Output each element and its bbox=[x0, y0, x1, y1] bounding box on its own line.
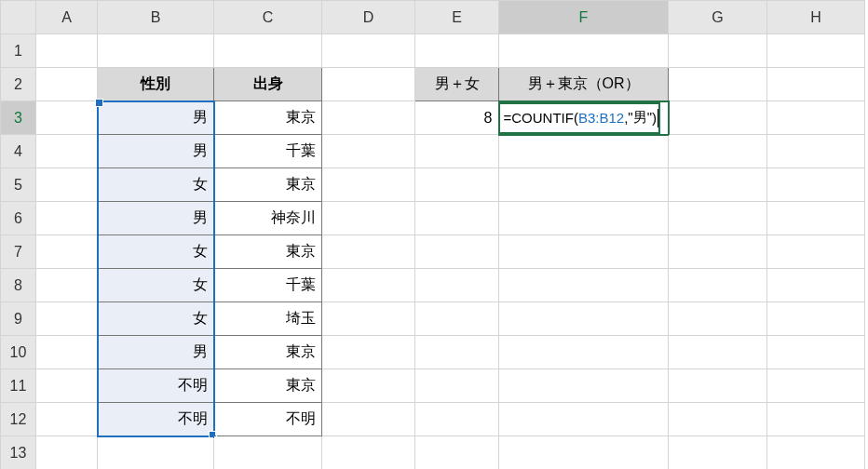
cell-G3[interactable] bbox=[669, 101, 767, 135]
row-header-10[interactable]: 10 bbox=[1, 336, 36, 369]
cell-C2[interactable]: 出身 bbox=[214, 68, 322, 101]
cell-H11[interactable] bbox=[767, 369, 865, 403]
cell-A12[interactable] bbox=[36, 403, 98, 436]
row-header-13[interactable]: 13 bbox=[1, 436, 36, 470]
cell-C8[interactable]: 千葉 bbox=[214, 269, 322, 302]
cell-C5[interactable]: 東京 bbox=[214, 168, 322, 202]
cell-A3[interactable] bbox=[36, 101, 98, 135]
cell-F2[interactable]: 男＋東京（OR） bbox=[499, 68, 669, 101]
cell-A9[interactable] bbox=[36, 302, 98, 336]
cell-E1[interactable] bbox=[415, 34, 499, 68]
cell-H10[interactable] bbox=[767, 336, 865, 369]
cell-D8[interactable] bbox=[322, 269, 415, 302]
cell-G10[interactable] bbox=[669, 336, 767, 369]
col-header-B[interactable]: B bbox=[98, 1, 214, 34]
cell-E13[interactable] bbox=[415, 436, 499, 470]
cell-D1[interactable] bbox=[322, 34, 415, 68]
cell-B12[interactable]: 不明 bbox=[98, 403, 214, 436]
cell-D5[interactable] bbox=[322, 168, 415, 202]
cell-H1[interactable] bbox=[767, 34, 865, 68]
spreadsheet-grid[interactable]: A B C D E F G H 1 2 性別 出身 男＋女 男＋東京（OR） 3… bbox=[0, 0, 868, 469]
cell-B7[interactable]: 女 bbox=[98, 235, 214, 269]
cell-D3[interactable] bbox=[322, 101, 415, 135]
cell-E8[interactable] bbox=[415, 269, 499, 302]
cell-B1[interactable] bbox=[98, 34, 214, 68]
cell-A7[interactable] bbox=[36, 235, 98, 269]
cell-G13[interactable] bbox=[669, 436, 767, 470]
col-header-C[interactable]: C bbox=[214, 1, 322, 34]
cell-B6[interactable]: 男 bbox=[98, 202, 214, 235]
cell-D9[interactable] bbox=[322, 302, 415, 336]
cell-E4[interactable] bbox=[415, 135, 499, 168]
col-header-A[interactable]: A bbox=[36, 1, 98, 34]
cell-F8[interactable] bbox=[499, 269, 669, 302]
cell-C1[interactable] bbox=[214, 34, 322, 68]
cell-G5[interactable] bbox=[669, 168, 767, 202]
cell-C10[interactable]: 東京 bbox=[214, 336, 322, 369]
row-header-11[interactable]: 11 bbox=[1, 369, 36, 403]
cell-E6[interactable] bbox=[415, 202, 499, 235]
cell-C9[interactable]: 埼玉 bbox=[214, 302, 322, 336]
row-header-3[interactable]: 3 bbox=[1, 101, 36, 135]
cell-A6[interactable] bbox=[36, 202, 98, 235]
cell-D13[interactable] bbox=[322, 436, 415, 470]
cell-H3[interactable] bbox=[767, 101, 865, 135]
cell-G6[interactable] bbox=[669, 202, 767, 235]
cell-C3[interactable]: 東京 bbox=[214, 101, 322, 135]
cell-H2[interactable] bbox=[767, 68, 865, 101]
cell-B11[interactable]: 不明 bbox=[98, 369, 214, 403]
cell-E7[interactable] bbox=[415, 235, 499, 269]
cell-D10[interactable] bbox=[322, 336, 415, 369]
cell-E3[interactable]: 8 bbox=[415, 101, 499, 135]
cell-D12[interactable] bbox=[322, 403, 415, 436]
cell-H9[interactable] bbox=[767, 302, 865, 336]
cell-A4[interactable] bbox=[36, 135, 98, 168]
cell-G7[interactable] bbox=[669, 235, 767, 269]
col-header-D[interactable]: D bbox=[322, 1, 415, 34]
cell-F11[interactable] bbox=[499, 369, 669, 403]
cell-B3[interactable]: 男 bbox=[98, 101, 214, 135]
col-header-F[interactable]: F bbox=[499, 1, 669, 34]
select-all-corner[interactable] bbox=[1, 1, 36, 34]
cell-A2[interactable] bbox=[36, 68, 98, 101]
cell-G11[interactable] bbox=[669, 369, 767, 403]
cell-E9[interactable] bbox=[415, 302, 499, 336]
cell-E10[interactable] bbox=[415, 336, 499, 369]
cell-F4[interactable] bbox=[499, 135, 669, 168]
row-header-6[interactable]: 6 bbox=[1, 202, 36, 235]
cell-F12[interactable] bbox=[499, 403, 669, 436]
cell-E2[interactable]: 男＋女 bbox=[415, 68, 499, 101]
cell-B4[interactable]: 男 bbox=[98, 135, 214, 168]
cell-B8[interactable]: 女 bbox=[98, 269, 214, 302]
cell-E11[interactable] bbox=[415, 369, 499, 403]
cell-C13[interactable] bbox=[214, 436, 322, 470]
row-header-2[interactable]: 2 bbox=[1, 68, 36, 101]
cell-H4[interactable] bbox=[767, 135, 865, 168]
cell-C7[interactable]: 東京 bbox=[214, 235, 322, 269]
cell-A13[interactable] bbox=[36, 436, 98, 470]
cell-F1[interactable] bbox=[499, 34, 669, 68]
cell-F5[interactable] bbox=[499, 168, 669, 202]
cell-H5[interactable] bbox=[767, 168, 865, 202]
cell-D7[interactable] bbox=[322, 235, 415, 269]
cell-B9[interactable]: 女 bbox=[98, 302, 214, 336]
cell-D4[interactable] bbox=[322, 135, 415, 168]
formula-editor[interactable]: =COUNTIF(B3:B12,"男") bbox=[500, 102, 660, 134]
row-header-1[interactable]: 1 bbox=[1, 34, 36, 68]
cell-F6[interactable] bbox=[499, 202, 669, 235]
cell-F10[interactable] bbox=[499, 336, 669, 369]
row-header-7[interactable]: 7 bbox=[1, 235, 36, 269]
cell-A1[interactable] bbox=[36, 34, 98, 68]
cell-B5[interactable]: 女 bbox=[98, 168, 214, 202]
row-header-4[interactable]: 4 bbox=[1, 135, 36, 168]
cell-H12[interactable] bbox=[767, 403, 865, 436]
cell-G12[interactable] bbox=[669, 403, 767, 436]
row-header-12[interactable]: 12 bbox=[1, 403, 36, 436]
cell-B13[interactable] bbox=[98, 436, 214, 470]
cell-C6[interactable]: 神奈川 bbox=[214, 202, 322, 235]
cell-G9[interactable] bbox=[669, 302, 767, 336]
cell-G2[interactable] bbox=[669, 68, 767, 101]
cell-B10[interactable]: 男 bbox=[98, 336, 214, 369]
cell-F7[interactable] bbox=[499, 235, 669, 269]
cell-C12[interactable]: 不明 bbox=[214, 403, 322, 436]
